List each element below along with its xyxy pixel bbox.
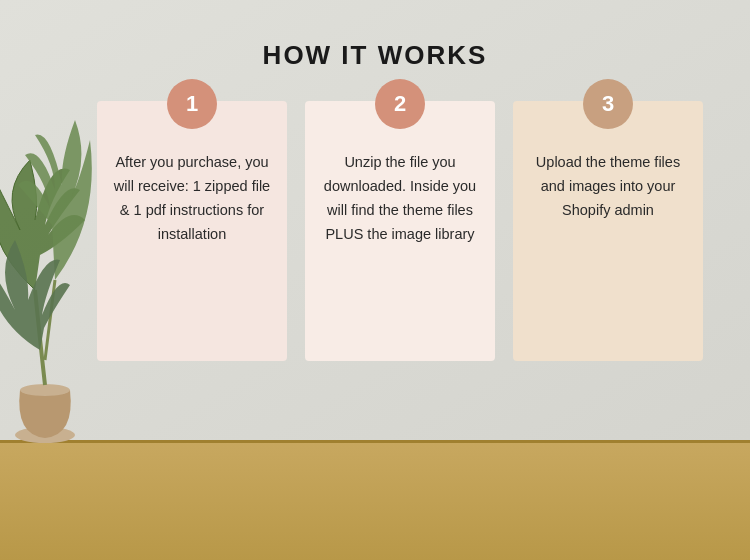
step-circle-1: 1	[167, 79, 217, 129]
step-number-1: 1	[186, 91, 198, 117]
step-text-1: After you purchase, you will receive: 1 …	[113, 151, 271, 247]
step-card-2: 2 Unzip the file you downloaded. Inside …	[305, 101, 495, 361]
step-card-1: 1 After you purchase, you will receive: …	[97, 101, 287, 361]
page-title: HOW IT WORKS	[263, 40, 488, 71]
step-circle-3: 3	[583, 79, 633, 129]
step-circle-2: 2	[375, 79, 425, 129]
step-card-3: 3 Upload the theme files and images into…	[513, 101, 703, 361]
step-number-2: 2	[394, 91, 406, 117]
step-text-2: Unzip the file you downloaded. Inside yo…	[321, 151, 479, 247]
steps-container: 1 After you purchase, you will receive: …	[0, 101, 750, 361]
step-number-3: 3	[602, 91, 614, 117]
step-text-3: Upload the theme files and images into y…	[529, 151, 687, 223]
main-container: HOW IT WORKS 1 After you purchase, you w…	[0, 0, 750, 560]
